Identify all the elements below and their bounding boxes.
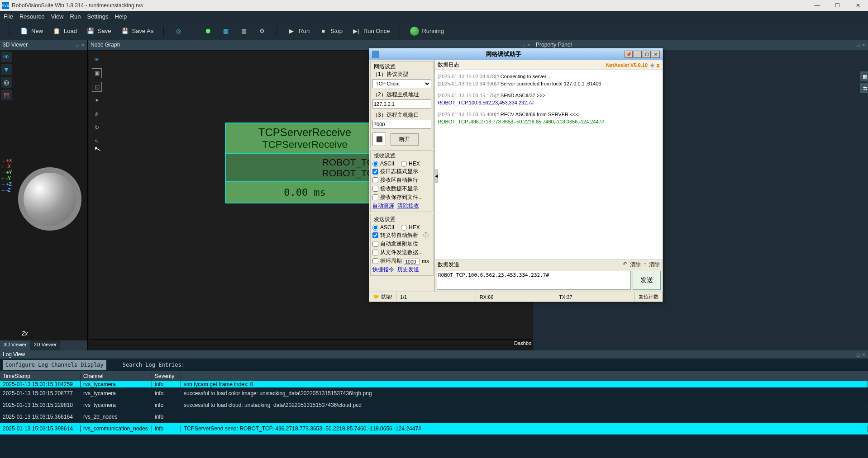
recv-hex-radio[interactable] — [401, 161, 407, 167]
connect-icon-button[interactable]: ⬛ — [372, 132, 386, 146]
diamond-icon[interactable]: ◈ — [650, 62, 654, 68]
handshake-icon: 🤝 — [373, 294, 379, 300]
disconnect-button[interactable]: 断开 — [391, 133, 419, 146]
fit-icon[interactable]: ▣ — [92, 68, 102, 78]
eye-icon[interactable]: 👁 — [1, 52, 12, 62]
send-button[interactable]: 发送 — [633, 271, 661, 290]
navigation-ball[interactable] — [18, 167, 81, 231]
cycle-input[interactable] — [404, 259, 420, 264]
send-textarea[interactable]: ROBOT_TCP,100.6,562,23,453,334,232.7# — [437, 271, 631, 290]
new-button[interactable]: 📄New — [17, 26, 46, 37]
maximize-button[interactable]: ☐ — [827, 0, 848, 11]
tree-button[interactable]: ▦ — [219, 26, 233, 37]
close-panel-icon[interactable]: ✕ — [862, 352, 865, 357]
saveas-button[interactable]: 💾Save As — [118, 26, 157, 37]
recv-wrap-check[interactable] — [372, 177, 378, 183]
close-panel-icon[interactable]: ✕ — [81, 42, 85, 47]
share-icon[interactable]: ⋔ — [92, 109, 102, 119]
stack-icon[interactable]: ▤ — [1, 90, 12, 100]
configure-log-button[interactable]: Configure Log Channels Display — [3, 360, 106, 370]
refresh-icon[interactable]: ↻ — [92, 123, 102, 132]
recv-hide-check[interactable] — [372, 186, 378, 192]
bell-icon[interactable]: ⧗ — [656, 62, 660, 68]
protocol-select[interactable]: TCP Client — [372, 79, 431, 88]
cloud-button[interactable]: ⬢ — [200, 26, 215, 37]
undock-icon[interactable]: ◻ — [856, 352, 860, 357]
netassist-window[interactable]: 网络调试助手 📌 — ☐ ✕ 网络设置 （1）协议类型 TCP Client （… — [369, 48, 663, 302]
send-file-check[interactable] — [372, 250, 378, 255]
send-ascii-radio[interactable] — [372, 225, 378, 231]
run-button[interactable]: ▶Run — [284, 26, 312, 37]
close-panel-icon[interactable]: ✕ — [527, 42, 530, 47]
robot-button[interactable]: ⚙ — [255, 26, 269, 37]
minimize-button[interactable]: — — [807, 0, 827, 11]
undock-icon[interactable]: ◻ — [856, 42, 860, 47]
grid-button[interactable]: ▦ — [237, 26, 251, 37]
node-tcpserverreceive[interactable]: TCPServerReceive TCPServerReceive ROBOT_… — [225, 123, 385, 203]
menu-run[interactable]: Run — [70, 13, 81, 20]
undock-icon[interactable]: ◻ — [76, 42, 79, 47]
axis-controls[interactable]: →+X ←-X →+Y ←-Y →+Z ←-Z — [1, 158, 12, 193]
pin-button[interactable]: 📌 — [625, 51, 633, 58]
grid-icon[interactable]: ▦ — [860, 71, 868, 81]
recv-logmode-check[interactable] — [372, 169, 378, 175]
netassist-log-area[interactable]: ◀ [2025-01-13 15:02:34.978]# Connecting … — [435, 70, 663, 260]
recv-settings-group: 接收设置 ASCII HEX 按日志模式显示 接收区自动换行 接收数据不显示 接… — [370, 150, 434, 212]
stop-button[interactable]: ■Stop — [316, 26, 345, 37]
swap-icon[interactable]: ⇆ — [860, 83, 868, 93]
shortcut-link[interactable]: 快捷指令 — [372, 266, 394, 273]
host-input[interactable] — [372, 99, 431, 109]
menu-settings[interactable]: Settings — [87, 13, 108, 20]
log-row[interactable]: 2025-01-13 15:03:15.366164rvs_2d_nodesin… — [0, 411, 868, 423]
cursor-icon[interactable]: ↖ — [92, 136, 102, 146]
undock-icon[interactable]: ◻ — [521, 42, 525, 47]
menu-bar: File Resource View Run Settings Help — [0, 11, 868, 22]
log-row[interactable]: 2025-01-13 15:03:15.399614rvs_communicat… — [0, 423, 868, 434]
close-panel-icon[interactable]: ✕ — [862, 42, 865, 47]
clear-up-icon[interactable]: ↑ — [644, 261, 646, 269]
recv-ascii-radio[interactable] — [372, 161, 378, 167]
3d-viewer-canvas[interactable]: 👁 ▼ ◎ ▤ →+X ←-X →+Y ←-Y →+Z ←-Z Zx — [0, 50, 87, 340]
zoom-icon[interactable]: ◱ — [92, 82, 102, 92]
cycle-check[interactable] — [372, 258, 378, 264]
save-button[interactable]: 💾Save — [83, 26, 114, 37]
autoscroll-link[interactable]: 自动滚屏 — [372, 203, 394, 209]
reset-counter-button[interactable]: 复位计数 — [635, 292, 663, 302]
netassist-title-bar[interactable]: 网络调试助手 📌 — ☐ ✕ — [369, 48, 663, 60]
menu-view[interactable]: View — [51, 13, 64, 20]
log-view: Configure Log Channels Display Search Lo… — [0, 359, 868, 458]
tab-dashboard[interactable]: Dashbo — [514, 340, 531, 350]
port-input[interactable] — [372, 120, 431, 129]
send-escape-check[interactable] — [372, 232, 378, 238]
menu-help[interactable]: Help — [114, 13, 127, 20]
shield-icon[interactable]: ▼ — [1, 64, 12, 75]
send-hex-radio[interactable] — [401, 225, 407, 231]
menu-file[interactable]: File — [4, 13, 13, 20]
netassist-brand: NetAssist V5.0.10 — [606, 62, 648, 68]
clearrecv-link[interactable]: 清除接收 — [397, 203, 419, 209]
send-append-check[interactable] — [372, 241, 378, 247]
history-link[interactable]: 历史发送 — [397, 266, 419, 273]
log-row[interactable]: 2025-01-13 15:03:15.229810rvs_tycamerain… — [0, 399, 868, 411]
load-button[interactable]: 📋Load — [49, 26, 80, 37]
runonce-button[interactable]: ▶|Run Once — [349, 26, 393, 37]
eye-icon[interactable]: 👁 — [92, 55, 102, 65]
window-title-bar: RVS RobotVisionSuite Win 1.8.314 - runti… — [0, 0, 868, 11]
clear-arrow-icon[interactable]: ↶ — [623, 261, 627, 269]
menu-resource[interactable]: Resource — [19, 13, 45, 20]
tab-2d-viewer[interactable]: 2D Viewer — [30, 340, 61, 350]
target-icon[interactable]: ◎ — [1, 77, 12, 88]
palette-button[interactable]: ◎ — [171, 26, 186, 37]
collapse-handle[interactable]: ◀ — [435, 170, 438, 183]
close-button[interactable]: ✕ — [652, 51, 660, 58]
viewer-panel-title: 3D Viewer ◻✕ — [0, 40, 87, 50]
recv-save-check[interactable] — [372, 194, 378, 200]
new-icon: 📄 — [19, 27, 29, 36]
maximize-button[interactable]: ☐ — [643, 51, 651, 58]
minimize-button[interactable]: — — [634, 51, 642, 58]
close-button[interactable]: ✕ — [848, 0, 868, 11]
log-row[interactable]: 2025-01-13 15:03:15.184259rvs_tycamerain… — [0, 381, 868, 387]
tab-3d-viewer[interactable]: 3D Viewer — [0, 340, 30, 350]
log-row[interactable]: 2025-01-13 15:03:15.208777rvs_tycamerain… — [0, 387, 868, 399]
center-icon[interactable]: ✦ — [92, 95, 102, 105]
